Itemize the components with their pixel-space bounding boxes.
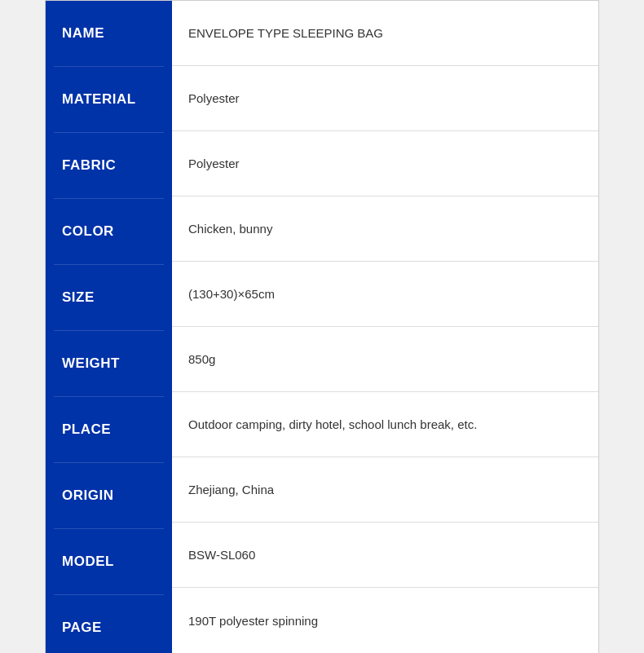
row-label-page: PAGE (46, 595, 172, 653)
row-value-size: (130+30)×65cm (172, 262, 598, 327)
row-value-model: BSW-SL060 (172, 523, 598, 588)
row-value-weight: 850g (172, 327, 598, 392)
row-value-origin: Zhejiang, China (172, 457, 598, 523)
row-label-weight: WEIGHT (46, 331, 172, 396)
row-label-place: PLACE (46, 397, 172, 462)
row-value-page: 190T polyester spinning (172, 588, 598, 653)
row-value-name: ENVELOPE TYPE SLEEPING BAG (172, 1, 598, 66)
row-label-size: SIZE (46, 265, 172, 330)
row-value-fabric: Polyester (172, 131, 598, 196)
row-label-origin: ORIGIN (46, 463, 172, 528)
row-label-color: COLOR (46, 199, 172, 264)
row-label-material: MATERIAL (46, 67, 172, 132)
row-label-model: MODEL (46, 529, 172, 594)
row-value-color: Chicken, bunny (172, 196, 598, 262)
label-column: NAMEMATERIALFABRICCOLORSIZEWEIGHTPLACEOR… (46, 1, 172, 653)
row-label-fabric: FABRIC (46, 133, 172, 198)
row-value-material: Polyester (172, 66, 598, 131)
value-column: ENVELOPE TYPE SLEEPING BAGPolyesterPolye… (172, 1, 598, 653)
row-label-name: NAME (46, 1, 172, 66)
row-value-place: Outdoor camping, dirty hotel, school lun… (172, 392, 598, 457)
product-specs-table: NAMEMATERIALFABRICCOLORSIZEWEIGHTPLACEOR… (45, 0, 599, 653)
